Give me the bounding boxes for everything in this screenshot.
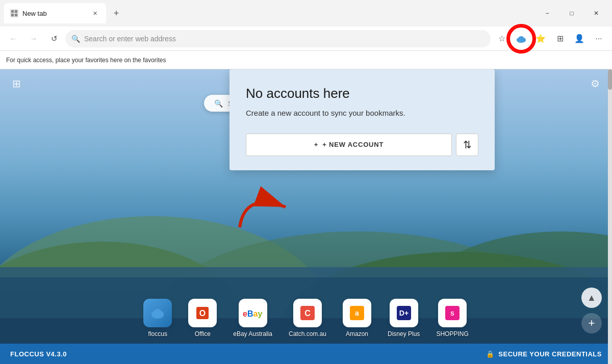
svg-point-6 — [517, 38, 522, 42]
search-icon: 🔍 — [71, 35, 80, 43]
bottom-bar-floccus-version: FLOCCUS V4.3.0 — [10, 350, 67, 358]
svg-text:D+: D+ — [399, 309, 409, 317]
nav-bar: ← → ↺ 🔍 Search or enter web address ☆ — [0, 27, 612, 51]
main-content: ⊞ ☀ 19 °C ⚙ 🔍 Search the we No accounts … — [0, 69, 612, 364]
shortcut-shopping-label: SHOPPING — [436, 330, 468, 337]
import-button[interactable]: ⇅ — [456, 134, 478, 156]
svg-point-7 — [521, 38, 526, 42]
floccus-cloud-icon — [516, 34, 527, 43]
shortcut-amazon-icon: a — [343, 299, 371, 327]
workspaces-icon: ⊞ — [557, 34, 564, 43]
more-button[interactable]: ··· — [590, 30, 608, 48]
svg-text:eBay: eBay — [243, 309, 262, 318]
refresh-icon: ↺ — [51, 34, 58, 43]
address-bar[interactable]: 🔍 Search or enter web address — [65, 30, 491, 47]
forward-button[interactable]: → — [24, 30, 43, 48]
popup-title: No accounts here — [246, 86, 478, 101]
tab-area: New tab ✕ + — [4, 3, 536, 23]
shortcut-catch-icon: C — [293, 299, 322, 327]
import-icon: ⇅ — [463, 139, 472, 151]
svg-rect-2 — [11, 14, 14, 16]
shortcut-disney-label: Disney Plus — [388, 330, 420, 337]
lock-icon: 🔒 — [486, 350, 495, 358]
floccus-button[interactable] — [512, 30, 530, 48]
close-button[interactable]: ✕ — [584, 5, 608, 21]
favorites-bar-text: For quick access, place your favorites h… — [6, 57, 166, 64]
tab-close-button[interactable]: ✕ — [90, 8, 100, 18]
shortcut-ebay[interactable]: eBay eBay Australia — [233, 299, 272, 337]
active-tab[interactable]: New tab ✕ — [4, 3, 106, 23]
title-bar: New tab ✕ + − □ ✕ — [0, 0, 612, 27]
new-tab-button[interactable]: + — [108, 5, 124, 21]
maximize-button[interactable]: □ — [560, 5, 583, 21]
tab-favicon — [10, 9, 18, 17]
shortcut-office-icon: O — [188, 299, 217, 327]
svg-rect-1 — [15, 10, 17, 13]
back-icon: ← — [10, 34, 17, 43]
svg-rect-3 — [15, 14, 17, 16]
svg-point-4 — [509, 27, 533, 51]
shortcut-office-label: Office — [195, 330, 211, 337]
window-controls: − □ ✕ — [536, 5, 608, 21]
scrollbar[interactable] — [608, 69, 612, 364]
svg-text:a: a — [355, 309, 359, 317]
favorites-star-icon: ☆ — [498, 34, 505, 43]
shortcut-catch[interactable]: C Catch.com.au — [289, 299, 326, 337]
secure-credentials-text: SECURE YOUR CREDENTIALS — [498, 350, 602, 358]
floccus-popup: No accounts here Create a new account to… — [230, 69, 495, 170]
minimize-button[interactable]: − — [536, 5, 559, 21]
svg-text:S: S — [450, 310, 454, 317]
svg-point-5 — [517, 38, 526, 43]
favorites-bar: For quick access, place your favorites h… — [0, 51, 612, 69]
shortcut-ebay-label: eBay Australia — [233, 330, 272, 337]
bottom-bar-credentials: 🔒 SECURE YOUR CREDENTIALS — [486, 350, 602, 358]
shortcut-floccus[interactable]: floccus — [143, 299, 172, 337]
shortcut-catch-label: Catch.com.au — [289, 330, 326, 337]
back-button[interactable]: ← — [4, 30, 22, 48]
shortcut-disney-icon: D+ — [390, 299, 418, 327]
plus-icon: + — [314, 141, 318, 148]
address-bar-placeholder: Search or enter web address — [84, 35, 484, 43]
forward-icon: → — [30, 34, 38, 43]
workspaces-button[interactable]: ⊞ — [551, 30, 569, 48]
popup-subtitle: Create a new account to sync your bookma… — [246, 108, 478, 119]
collections-icon: ⭐ — [536, 34, 546, 43]
shortcut-ebay-icon: eBay — [239, 299, 267, 327]
refresh-button[interactable]: ↺ — [45, 30, 63, 48]
shortcut-floccus-icon — [143, 299, 172, 327]
profile-button[interactable]: 👤 — [570, 30, 589, 48]
shortcut-shopping-icon: S — [438, 299, 467, 327]
shortcut-shopping[interactable]: S SHOPPING — [436, 299, 468, 337]
shortcut-floccus-label: floccus — [148, 330, 167, 337]
more-icon: ··· — [595, 34, 602, 43]
tab-title: New tab — [22, 10, 86, 17]
svg-text:O: O — [199, 309, 206, 318]
shortcut-office[interactable]: O Office — [188, 299, 217, 337]
shortcuts-row: floccus O Office eBay eBay Australia — [0, 299, 612, 337]
new-account-label: + NEW ACCOUNT — [322, 141, 384, 148]
svg-text:C: C — [304, 309, 311, 318]
shortcut-amazon-label: Amazon — [346, 330, 368, 337]
landscape-svg — [0, 165, 612, 318]
toolbar-right: ☆ ⭐ ⊞ 👤 ··· — [493, 30, 608, 48]
apps-grid-button[interactable]: ⊞ — [12, 77, 21, 90]
svg-rect-0 — [11, 10, 14, 13]
popup-actions: + + NEW ACCOUNT ⇅ — [246, 134, 478, 156]
scrollbar-thumb[interactable] — [608, 69, 612, 90]
search-box-icon: 🔍 — [214, 99, 223, 108]
scroll-to-top-button[interactable]: ▲ — [581, 288, 602, 308]
svg-point-20 — [154, 309, 162, 316]
bottom-bar: FLOCCUS V4.3.0 🔒 SECURE YOUR CREDENTIALS — [0, 344, 612, 364]
new-account-button[interactable]: + + NEW ACCOUNT — [246, 134, 452, 156]
shortcut-amazon[interactable]: a Amazon — [343, 299, 371, 337]
shortcut-disney[interactable]: D+ Disney Plus — [388, 299, 420, 337]
svg-point-8 — [518, 36, 524, 41]
profile-icon: 👤 — [574, 34, 584, 43]
settings-button[interactable]: ⚙ — [591, 77, 600, 90]
